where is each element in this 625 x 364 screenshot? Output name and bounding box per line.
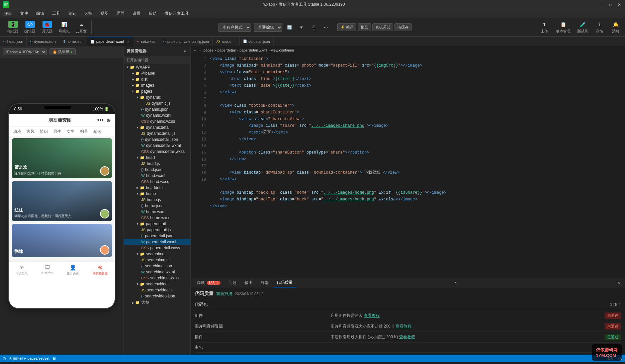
phone-card-1[interactable]: 贺之欢 返来的阳光救不了枯萎的向日葵 [12,138,112,178]
sidebar-more-icon[interactable]: ⋯ [184,49,188,54]
tab-setdetail[interactable]: 📄 setdetail.json [240,37,274,46]
tab-home-json[interactable]: {} home.json [59,37,87,46]
app-menu-dots[interactable]: ••• [97,117,104,124]
debugger-button[interactable]: 🐞 调试器 [39,19,55,35]
tree-searchimg[interactable]: ▼ 📁 searchimg [124,251,190,257]
compile-selector[interactable]: 普通编辑 [254,23,282,32]
tree-dynamicdetail[interactable]: ▼ 📁 dynamicdetail [124,124,190,130]
hot-reload-button[interactable]: 🔥 热重载 ● [50,48,76,55]
tree-paperdetail-json[interactable]: {} paperdetail.json [124,233,190,239]
breadcrumb-nav-fwd[interactable]: → [198,48,202,52]
bottom-panel-close[interactable]: ✕ [615,280,622,286]
tree-dynamic-js[interactable]: JS dynamic.js [124,100,190,106]
bottom-tab-problems[interactable]: 问题 [225,279,240,287]
nav-gufeng[interactable]: 古风 [26,129,34,134]
tree-searchimg-json[interactable]: {} searchimg.json [124,263,190,269]
preview-button[interactable]: 预览 [358,23,371,31]
tab-close-paperdetail[interactable]: ✕ [127,40,129,43]
menu-settings[interactable]: 设置 [131,10,142,17]
tree-dynamicdetail-wxml[interactable]: W dynamicdetail.wxml [124,143,190,149]
mode-selector[interactable]: 小程序模式 [218,23,251,32]
nav-qinglv[interactable]: 情侣 [40,129,48,134]
tree-home-wxml[interactable]: W home.wxml [124,209,190,215]
tree-headdetail[interactable]: ▶ 📁 headdetail [124,185,190,191]
tree-pages[interactable]: ▼ 📁 pages [124,88,190,94]
tree-dae[interactable]: ▶ 📁 大鹅 [124,299,190,306]
tree-root-wxapp[interactable]: ▼ 📁 WXAPP [124,64,190,70]
app-scan[interactable]: ⊕ [106,117,111,123]
row-component-link[interactable]: 查看教程 [364,313,380,318]
menu-view[interactable]: 视图 [99,10,110,17]
qrcode-button[interactable]: 📱 [309,23,319,32]
nav-nvsheng[interactable]: 女生 [67,129,75,134]
breadcrumb-nav-back[interactable]: ← [193,48,197,52]
refresh-button[interactable]: 🔄 [285,23,294,32]
breadcrumb-paperdetail[interactable]: paperdetail [217,48,236,52]
test-button[interactable]: 🧪 测试号 [575,19,590,35]
tree-home-json[interactable]: {} home.json [124,203,190,209]
bottom-tab-output[interactable]: 输出 [241,279,256,287]
rescan-button[interactable]: 重新扫描 [216,291,232,297]
bottom-panel-collapse[interactable]: ∧ [452,280,459,286]
tree-dynamic-wxss[interactable]: CSS dynamic.wxss [124,118,190,124]
minimize-button[interactable]: — [599,2,605,8]
tree-head-wxml[interactable]: W head.wxml [124,173,190,179]
menu-weixin[interactable]: 微信开发工具 [163,10,190,17]
detail-button[interactable]: ℹ 详情 [593,19,606,35]
tree-home[interactable]: ▼ 📁 home [124,191,190,197]
tab-dynamic-json[interactable]: {} dynamic.json [27,37,59,46]
nav-dongman[interactable]: 动漫 [13,129,21,134]
tree-searchimg-wxss[interactable]: CSS searchimg.wxss [124,275,190,281]
nav-image-wallpaper[interactable]: 🖼 图片壁纸 [41,264,54,275]
tree-dynamic[interactable]: ▼ 📁 dynamic [124,94,190,100]
nav-jingxuan[interactable]: 精选 [93,129,101,134]
menu-tools[interactable]: 工具 [51,10,62,17]
tree-dynamicdetail-wxss[interactable]: CSS dynamicdetail.wxss [124,149,190,155]
package-count[interactable]: 3 项 ∧ [610,302,621,307]
bottom-tab-code-quality[interactable]: 代码质量 [273,278,296,287]
row-plugin-link[interactable]: 查看教程 [399,335,415,339]
phone-card-3[interactable]: 彻妹 [12,224,112,257]
tree-images[interactable]: ▶ 📁 images [124,82,190,88]
tab-head-json[interactable]: {} head.json [0,37,27,46]
breadcrumb-pages[interactable]: pages [203,48,213,52]
nav-avatar[interactable]: 👤 推荐头像 [67,264,79,276]
tree-searchimg-js[interactable]: JS searchimg.js [124,257,190,263]
tab-project-config[interactable]: {} project.private.config.json [160,37,212,46]
tree-head-wxss[interactable]: CSS head.wxss [124,179,190,185]
simulator-button[interactable]: 📱 模拟器 [5,19,20,35]
upload-button[interactable]: ⬆ 上传 [538,19,551,35]
tree-dynamicdetail-js[interactable]: JS dynamicdetail.js [124,130,190,136]
tree-searchvideo[interactable]: ▼ 📁 searchvideo [124,281,190,287]
visualize-button[interactable]: 📊 可视化 [57,19,72,35]
bottom-tab-terminal[interactable]: 终端 [257,279,272,287]
compile-button[interactable]: ⚡ 编译 [337,23,356,31]
devtools-button[interactable]: ☁ 云开发 [74,19,89,35]
tab-set-wxss[interactable]: ✦ set.wxss [133,37,160,46]
editor-button[interactable]: </> 编辑器 [22,19,37,35]
breadcrumb-file[interactable]: paperdetail.wxml [240,48,267,52]
bottom-tab-debug[interactable]: 调试 122,11 [193,279,224,287]
nav-nansheng[interactable]: 男生 [53,129,61,134]
tree-home-js[interactable]: JS home.js [124,197,190,203]
menu-edit[interactable]: 编辑 [35,10,46,17]
tree-searchimg-wxml[interactable]: W searchimg.wxml [124,269,190,275]
tree-paperdetail-wxml[interactable]: W paperdetail.wxml [124,239,190,245]
menu-goto[interactable]: 转到 [67,10,78,17]
row-media-link[interactable]: 查看教程 [395,324,412,329]
menu-help[interactable]: 帮助 [147,10,158,17]
menu-file[interactable]: 文件 [19,10,29,17]
tab-app-js[interactable]: JS app.js [213,37,240,46]
tree-paperdetail[interactable]: ▼ 📁 paperdetail [124,221,190,227]
tree-searchvideo-json[interactable]: {} searchvideo.json [124,293,190,299]
tree-head[interactable]: ▼ 📁 head [124,155,190,161]
version-button[interactable]: 📋 版本管理 [554,19,572,35]
nav-friend-circle[interactable]: ❀ 朋友圈套图 [93,264,108,276]
menu-select[interactable]: 选择 [83,10,94,17]
tree-head-js[interactable]: JS head.js [124,161,190,167]
tree-searchvideo-js[interactable]: JS searchvideo.js [124,287,190,293]
tree-home-wxss[interactable]: CSS home.wxss [124,215,190,221]
tree-dynamic-wxml[interactable]: W dynamic.wxml [124,112,190,118]
tree-paperdetail-js[interactable]: JS paperdetail.js [124,227,190,233]
preview-eye-button[interactable]: 👁 [297,23,306,32]
